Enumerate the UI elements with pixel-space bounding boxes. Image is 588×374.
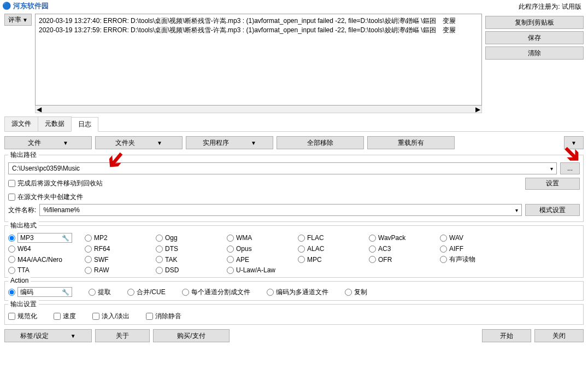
action-extract-radio[interactable] xyxy=(89,289,96,296)
save-button[interactable]: 保存 xyxy=(485,31,584,44)
action-encode-radio[interactable] xyxy=(8,289,15,296)
filename-pattern-input[interactable]: %filename%▾ xyxy=(39,204,522,216)
tag-settings-dropdown[interactable]: 标签/设定▼ xyxy=(4,329,92,342)
file-dropdown[interactable]: 文件▼ xyxy=(4,136,92,149)
format-mpc-radio[interactable] xyxy=(298,256,305,263)
format-dts-radio[interactable] xyxy=(156,246,163,253)
format-flac-radio[interactable] xyxy=(298,235,305,242)
output-path-label: 输出路径 xyxy=(8,150,39,160)
format-ogg-radio[interactable] xyxy=(156,235,163,242)
speed-checkbox[interactable] xyxy=(54,313,61,320)
filename-label: 文件名称: xyxy=(8,206,36,215)
format-m4a-radio[interactable] xyxy=(8,256,15,263)
output-settings-label: 输出设置 xyxy=(8,300,39,309)
action-merge-radio[interactable] xyxy=(127,289,134,296)
tab-log[interactable]: 日志 xyxy=(71,117,98,132)
normalize-checkbox[interactable] xyxy=(8,313,15,320)
purchase-button[interactable]: 购买/支付 xyxy=(153,329,230,342)
output-format-label: 输出格式 xyxy=(8,221,39,230)
close-button[interactable]: 关闭 xyxy=(534,329,584,342)
reload-all-button[interactable]: 重载所有 xyxy=(367,136,455,149)
logo: 🔵 河东软件园 xyxy=(2,1,49,11)
remove-all-button[interactable]: 全部移除 xyxy=(277,136,364,149)
format-mp3-config[interactable]: MP3🔧 xyxy=(17,233,72,243)
action-encode-config[interactable]: 编码🔧 xyxy=(17,287,72,297)
format-ac3-radio[interactable] xyxy=(369,246,376,253)
action-multichannel-radio[interactable] xyxy=(267,289,274,296)
pattern-settings-button[interactable]: 模式设置 xyxy=(525,204,580,216)
format-mp3-radio[interactable] xyxy=(8,235,15,242)
settings-button[interactable]: 设置 xyxy=(525,178,580,190)
copy-to-clipboard-button[interactable]: 复制到剪贴板 xyxy=(485,16,584,29)
folder-dropdown[interactable]: 文件夹▼ xyxy=(95,136,183,149)
create-in-source-label: 在源文件夹中创建文件 xyxy=(17,192,83,202)
action-copy-radio[interactable] xyxy=(345,289,352,296)
format-tta-radio[interactable] xyxy=(8,267,15,274)
tab-source-files[interactable]: 源文件 xyxy=(4,116,38,131)
format-aiff-radio[interactable] xyxy=(440,246,447,253)
move-to-recycle-label: 完成后将源文件移动到回收站 xyxy=(17,179,103,188)
format-ulaw-radio[interactable] xyxy=(227,267,234,274)
create-in-source-checkbox[interactable] xyxy=(8,194,15,201)
fade-checkbox[interactable] xyxy=(92,313,99,320)
format-w64-radio[interactable] xyxy=(8,246,15,253)
format-swf-radio[interactable] xyxy=(85,256,92,263)
format-rf64-radio[interactable] xyxy=(85,246,92,253)
format-opus-radio[interactable] xyxy=(227,246,234,253)
remove-silence-checkbox[interactable] xyxy=(146,313,153,320)
utilities-dropdown[interactable]: 实用程序▼ xyxy=(186,136,273,149)
format-wavpack-radio[interactable] xyxy=(369,235,376,242)
move-to-recycle-checkbox[interactable] xyxy=(8,180,15,187)
format-ape-radio[interactable] xyxy=(227,256,234,263)
registration-status: 此程序注册为: 试用版 xyxy=(4,2,584,11)
action-split-radio[interactable] xyxy=(182,289,189,296)
filter-dropdown-small[interactable]: 评率▼ xyxy=(4,14,32,26)
tab-metadata[interactable]: 元数据 xyxy=(38,116,72,131)
format-raw-radio[interactable] xyxy=(85,267,92,274)
clear-button[interactable]: 清除 xyxy=(485,46,584,60)
horizontal-scrollbar[interactable]: ◀▶ xyxy=(35,106,482,113)
format-wma-radio[interactable] xyxy=(227,235,234,242)
start-button[interactable]: 开始 xyxy=(482,329,531,342)
format-wav-radio[interactable] xyxy=(440,235,447,242)
format-alac-radio[interactable] xyxy=(298,246,305,253)
format-tak-radio[interactable] xyxy=(156,256,163,263)
format-ofr-radio[interactable] xyxy=(369,256,376,263)
format-audiobook-radio[interactable] xyxy=(440,256,447,263)
format-mp2-radio[interactable] xyxy=(85,235,92,242)
output-path-input[interactable]: C:\Users\pc0359\Music▾ xyxy=(8,162,557,174)
log-textarea[interactable]: 2020-03-19 13:27:40: ERROR: D:\tools\桌面\… xyxy=(35,14,482,106)
format-dsd-radio[interactable] xyxy=(156,267,163,274)
about-button[interactable]: 关于 xyxy=(95,329,150,342)
action-label: Action xyxy=(8,277,31,284)
